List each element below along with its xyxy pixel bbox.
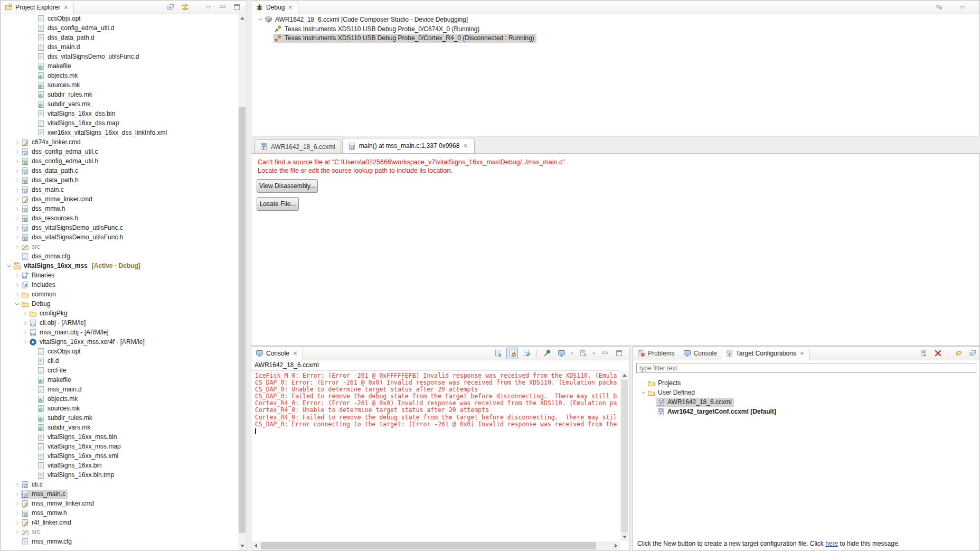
tree-item[interactable]: cli.d [1, 356, 238, 366]
tree-item[interactable]: subdir_rules.mk [1, 413, 238, 423]
view-disassembly-button[interactable]: View Disassembly... [257, 179, 318, 193]
tree-item[interactable]: vitalSigns_16xx.bin.tmp [1, 470, 238, 480]
tree-item[interactable]: 010cli.obj - [ARM/le] [1, 318, 238, 328]
tree-item[interactable]: subdir_rules.mk [1, 90, 238, 99]
tree-item[interactable]: dss_vitalSignsDemo_utilsFunc.d [1, 52, 238, 61]
tree-item[interactable]: cdss_vitalSignsDemo_utilsFunc.c [1, 223, 238, 232]
tree-item[interactable]: vitalSigns_16xx.bin [1, 461, 238, 470]
pin-console-button[interactable] [541, 348, 553, 359]
editor-tab-ccxml[interactable]: AWR1642_18_6.ccxml [254, 139, 341, 153]
maximize-button[interactable] [613, 348, 625, 359]
locate-file-button[interactable]: Locate File... [257, 197, 299, 211]
tree-item[interactable]: dss_data_path.d [1, 33, 238, 42]
tree-item[interactable]: hdss_resources.h [1, 213, 238, 223]
tree-item[interactable]: AWR1642_18_6.ccxml [633, 397, 979, 407]
tree-item[interactable]: vitalSigns_16xx_mss.xer4f - [ARM/le] [1, 337, 238, 347]
tree-item[interactable]: Texas Instruments XDS110 USB Debug Probe… [251, 33, 979, 43]
scroll-right-button[interactable] [612, 541, 620, 549]
collapse-all-button[interactable] [967, 348, 978, 359]
scroll-down-button[interactable] [620, 533, 628, 541]
close-icon[interactable] [287, 4, 294, 11]
scroll-up-button[interactable] [620, 371, 628, 379]
tree-item[interactable]: vitalSigns_16xx_mss.bin [1, 432, 238, 442]
tree-item[interactable]: makefile [1, 61, 238, 71]
tree-item[interactable]: hdss_config_edma_util.h [1, 156, 238, 166]
tree-item[interactable]: objects.mk [1, 71, 238, 80]
collapse-arrow-icon[interactable] [13, 301, 21, 307]
tree-item[interactable]: sources.mk [1, 404, 238, 413]
tree-item[interactable]: User Defined [633, 388, 979, 397]
tree-item[interactable]: cdss_data_path.c [1, 166, 238, 175]
expand-arrow-icon[interactable] [13, 139, 21, 145]
tree-item[interactable]: cdss_main.c [1, 185, 238, 194]
tree-item[interactable]: hIncludes [1, 280, 238, 289]
close-icon[interactable] [799, 350, 805, 357]
tree-item[interactable]: ccsObjs.opt [1, 14, 238, 23]
tab-problems[interactable]: Problems [633, 347, 679, 360]
open-console-button[interactable] [577, 348, 589, 359]
tab-console[interactable]: Console [251, 347, 303, 360]
collapse-arrow-icon[interactable] [639, 390, 647, 396]
filter-input[interactable] [636, 363, 976, 373]
expand-arrow-icon[interactable] [13, 482, 21, 488]
tree-item[interactable]: Texas Instruments XDS110 USB Debug Probe… [251, 24, 979, 34]
display-console-button[interactable] [555, 348, 567, 359]
expand-arrow-icon[interactable] [13, 178, 21, 183]
expand-arrow-icon[interactable] [13, 206, 21, 212]
expand-arrow-icon[interactable] [13, 225, 21, 231]
tab-console-2[interactable]: Console [679, 347, 721, 360]
project-explorer-scrollbar[interactable] [238, 14, 246, 550]
tree-item[interactable]: dss_main.d [1, 42, 238, 52]
tree-item[interactable]: RTSCvitalSigns_16xx_mss[Active - Debug] [1, 261, 238, 270]
tree-item[interactable]: Debug [1, 299, 238, 309]
expand-arrow-icon[interactable] [13, 187, 21, 193]
expand-arrow-icon[interactable] [21, 311, 29, 316]
tree-item[interactable]: Awr1642_targetConf.ccxml [Default] [633, 407, 979, 416]
tree-item[interactable]: 10Binaries [1, 270, 238, 280]
word-wrap-button[interactable] [521, 348, 532, 359]
expand-arrow-icon[interactable] [13, 529, 21, 535]
tree-item[interactable]: mss_mmw_linker.cmd [1, 499, 238, 508]
tree-item[interactable]: dss_config_edma_util.d [1, 23, 238, 33]
link-editor-button[interactable] [179, 2, 191, 13]
tree-item[interactable]: subdir_vars.mk [1, 423, 238, 432]
tab-debug[interactable]: Debug [251, 1, 298, 14]
expand-arrow-icon[interactable] [13, 244, 21, 250]
expand-arrow-icon[interactable] [13, 168, 21, 174]
expand-arrow-icon[interactable] [13, 510, 21, 516]
tree-item[interactable]: xwr16xx_vitalSigns_16xx_dss_linkInfo.xml [1, 128, 238, 137]
tree-item[interactable]: mss_main.d [1, 385, 238, 394]
expand-arrow-icon[interactable] [13, 216, 21, 221]
scrollbar-thumb[interactable] [261, 542, 596, 549]
scroll-down-button[interactable] [238, 542, 246, 550]
tree-item[interactable]: dss_mmw_linker.cmd [1, 194, 238, 204]
tree-item[interactable]: cmss_main.c [1, 489, 238, 499]
new-target-button[interactable] [918, 348, 929, 359]
editor-tab-main[interactable]: c main() at mss_main.c:1,337 0x9968 [342, 138, 475, 153]
expand-arrow-icon[interactable] [13, 520, 21, 526]
remove-terminated-button[interactable] [933, 2, 945, 13]
expand-arrow-icon[interactable] [13, 235, 21, 240]
clear-console-button[interactable] [492, 348, 504, 359]
expand-arrow-icon[interactable] [13, 501, 21, 507]
expand-arrow-icon[interactable] [13, 149, 21, 155]
tree-item[interactable]: common [1, 289, 238, 299]
refresh-button[interactable] [953, 348, 964, 359]
tree-item[interactable]: hdss_mmw.h [1, 204, 238, 213]
tree-item[interactable]: mss_mmw.cfg [1, 537, 238, 546]
tree-item[interactable]: vitalSigns_16xx_dss.bin [1, 109, 238, 118]
dropdown-arrow-icon[interactable] [570, 351, 574, 356]
expand-arrow-icon[interactable] [21, 339, 29, 345]
expand-arrow-icon[interactable] [13, 197, 21, 202]
console-vscrollbar[interactable] [620, 371, 628, 541]
scroll-left-button[interactable] [252, 541, 260, 549]
expand-arrow-icon[interactable] [13, 273, 21, 278]
tree-item[interactable]: Projects [633, 378, 979, 388]
tree-item[interactable]: c674x_linker.cmd [1, 137, 238, 147]
expand-arrow-icon[interactable] [13, 282, 21, 288]
expand-arrow-icon[interactable] [21, 330, 29, 335]
tree-item[interactable]: sources.mk [1, 80, 238, 90]
collapse-arrow-icon[interactable] [5, 263, 13, 269]
tree-item[interactable]: src [1, 242, 238, 251]
tree-item[interactable]: r4f_linker.cmd [1, 518, 238, 527]
